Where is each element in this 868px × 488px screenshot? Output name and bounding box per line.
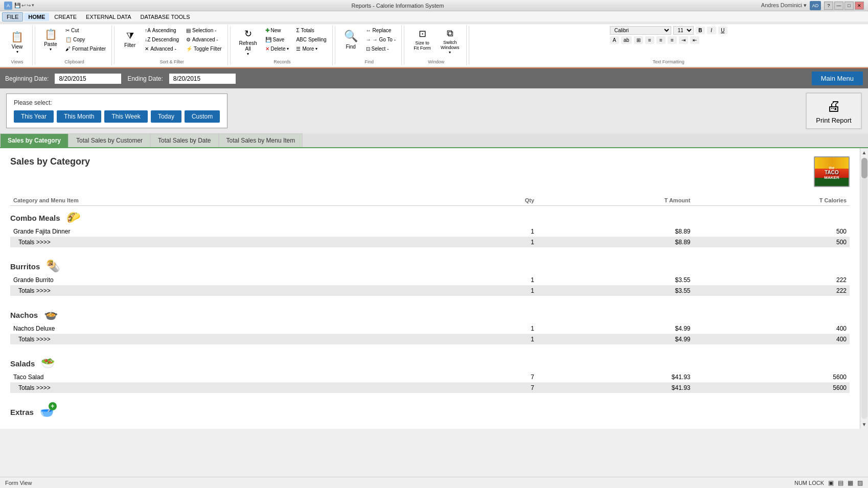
restore-btn[interactable]: □ — [844, 2, 854, 10]
title-bar: A 💾 ↩ ↪ ▾ Reports - Calorie Information … — [0, 0, 868, 11]
beginning-date-input[interactable] — [55, 74, 121, 84]
more-icon: ☰ — [296, 46, 301, 52]
find-label: Find — [346, 44, 355, 50]
more-btn[interactable]: ☰ More ▾ — [293, 44, 329, 53]
menu-database[interactable]: DATABASE TOOLS — [136, 13, 194, 21]
table-row: Nachos Deluxe 1 $4.99 400 — [10, 323, 850, 334]
close-btn[interactable]: ✕ — [855, 2, 864, 10]
switch-windows-label: SwitchWindows — [441, 40, 460, 50]
more-dropdown-icon: ▾ — [315, 47, 317, 51]
tab-total-sales-by-customer[interactable]: Total Sales by Customer — [68, 133, 150, 147]
report-view-btn[interactable]: ▨ — [857, 479, 863, 486]
tab-total-sales-by-date[interactable]: Total Sales by Date — [150, 133, 218, 147]
bold-btn[interactable]: B — [696, 27, 705, 34]
this-week-btn[interactable]: This Week — [104, 110, 147, 123]
highlight-btn[interactable]: ab — [621, 36, 632, 44]
scroll-thumb[interactable] — [861, 158, 867, 178]
totals-btn[interactable]: Σ Totals — [293, 26, 329, 35]
spelling-btn[interactable]: ABC Spelling — [293, 35, 329, 44]
today-btn[interactable]: Today — [151, 110, 181, 123]
form-view-btn[interactable]: ▦ — [848, 479, 853, 486]
menu-external[interactable]: EXTERNAL DATA — [82, 13, 135, 21]
save-qa-btn[interactable]: 💾 — [14, 3, 20, 8]
ascending-btn[interactable]: ↑A Ascending — [142, 26, 181, 35]
scroll-track[interactable] — [861, 158, 867, 419]
scroll-down-btn[interactable]: ▼ — [860, 420, 868, 429]
descending-btn[interactable]: ↓Z Descending — [142, 35, 181, 44]
date-bar: Beginning Date: Ending Date: Main Menu — [0, 68, 868, 88]
format-painter-label: Format Painter — [72, 46, 106, 52]
italic-btn[interactable]: I — [707, 27, 716, 34]
delete-label: Delete — [271, 46, 286, 52]
cut-btn[interactable]: ✂ Cut — [63, 26, 108, 35]
paste-icon: 📋 — [44, 28, 57, 40]
minimize-btn[interactable]: — — [834, 2, 843, 10]
scroll-up-btn[interactable]: ▲ — [860, 148, 868, 157]
size-fit-btn[interactable]: ⊡ Size toFit Form — [409, 26, 435, 53]
this-year-btn[interactable]: This Year — [14, 110, 54, 123]
print-report-btn[interactable]: 🖨 Print Report — [806, 92, 862, 129]
delete-btn[interactable]: ✕ Delete ▾ — [263, 44, 292, 53]
replace-btn[interactable]: ↔ Replace — [363, 26, 398, 35]
switch-windows-btn[interactable]: ⧉ SwitchWindows ▾ — [437, 26, 463, 57]
this-month-btn[interactable]: This Month — [57, 110, 101, 123]
menu-file[interactable]: FILE — [2, 12, 23, 21]
save-icon: 💾 — [265, 37, 271, 42]
menu-create[interactable]: CREATE — [50, 13, 81, 21]
copy-btn[interactable]: 📋 Copy — [63, 35, 108, 44]
help-btn[interactable]: ? — [824, 2, 833, 10]
filter-btn[interactable]: ⧩ Filter — [120, 26, 140, 53]
replace-icon: ↔ — [366, 28, 371, 33]
num-lock-label: NUM LOCK — [794, 480, 824, 486]
sort-filter-group-label: Sort & Filter — [160, 58, 185, 64]
goto-btn[interactable]: → → Go To - — [363, 35, 398, 44]
font-color-btn[interactable]: A — [610, 36, 619, 44]
report-content[interactable]: Sales by Category the TACO MAKER Cate — [0, 148, 860, 429]
status-bar: Form View NUM LOCK ▣ ▤ ▦ ▨ — [0, 477, 868, 488]
select-btn[interactable]: ⊡ Select - — [363, 44, 398, 53]
toggle-filter-btn[interactable]: ⚡ Toggle Filter — [184, 44, 224, 53]
menu-home[interactable]: HOME — [24, 13, 49, 21]
save-btn[interactable]: 💾 Save — [263, 35, 292, 44]
app-icon: A — [4, 2, 12, 10]
align-right-btn[interactable]: ≡ — [668, 36, 677, 44]
outdent-btn[interactable]: ⇤ — [690, 36, 699, 44]
font-size-selector[interactable]: 11 — [673, 26, 694, 35]
datasheet-view-btn[interactable]: ▤ — [838, 479, 843, 486]
format-painter-btn[interactable]: 🖌 Format Painter — [63, 44, 108, 53]
ribbon-group-clipboard: 📋 Paste ▾ ✂ Cut 📋 Copy — [37, 25, 112, 65]
underline-btn[interactable]: U — [718, 27, 727, 34]
font-selector[interactable]: Calibri — [610, 26, 671, 35]
custom-btn[interactable]: Custom — [185, 110, 220, 123]
align-center-btn[interactable]: ≡ — [656, 36, 666, 44]
align-left-btn[interactable]: ≡ — [645, 36, 654, 44]
new-label: New — [271, 28, 281, 33]
window-controls[interactable]: ? — □ ✕ — [824, 2, 864, 10]
remove-sort-btn[interactable]: ✕ Advanced - — [142, 44, 181, 53]
find-group-label: Find — [365, 58, 374, 64]
undo-qa-btn[interactable]: ↩ — [21, 3, 26, 8]
new-btn[interactable]: ✚ New — [263, 26, 292, 35]
indent-btn[interactable]: ⇥ — [679, 36, 688, 44]
descending-label: Descending — [152, 37, 179, 42]
burritos-icon: 🌯 — [46, 260, 60, 273]
nachos-icon: 🍲 — [44, 308, 58, 321]
paste-btn[interactable]: 📋 Paste ▾ — [40, 26, 61, 54]
ending-date-input[interactable] — [169, 74, 236, 84]
table-row: Taco Salad 7 $41.93 5600 — [10, 372, 850, 383]
layout-view-btn[interactable]: ▣ — [828, 479, 834, 486]
main-menu-btn[interactable]: Main Menu — [812, 72, 863, 85]
grid-lines-btn[interactable]: ⊞ — [634, 36, 643, 44]
category-extras-label: Extras — [10, 408, 34, 416]
refresh-btn[interactable]: ↻ Refresh All ▾ — [236, 26, 261, 58]
redo-qa-btn[interactable]: ↪ — [27, 3, 31, 8]
vertical-scrollbar[interactable]: ▲ ▼ — [860, 148, 868, 429]
view-label: View — [12, 44, 23, 50]
tab-sales-by-category[interactable]: Sales by Category — [0, 133, 68, 147]
tab-bar: Sales by Category Total Sales by Custome… — [0, 133, 868, 148]
selection-btn[interactable]: ▤ Selection - — [184, 26, 224, 35]
advanced-btn[interactable]: ⚙ Advanced - — [184, 35, 224, 44]
tab-total-sales-by-menu-item[interactable]: Total Sales by Menu Item — [219, 133, 303, 147]
find-btn[interactable]: 🔍 Find — [340, 26, 361, 53]
view-btn[interactable]: 📋 View ▾ — [7, 29, 28, 56]
